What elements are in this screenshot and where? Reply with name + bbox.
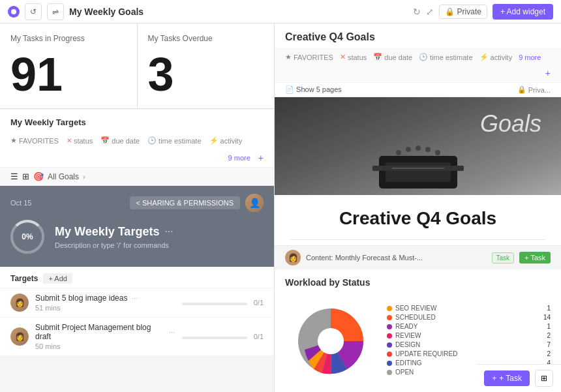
goals-content-area: Oct 15 < SHARING & PERMISSIONS 👤 0% — [0, 186, 274, 267]
tasks-in-progress-value: 91 — [10, 51, 127, 98]
target-dots-1[interactable]: ··· — [131, 294, 138, 303]
grid-view-button[interactable]: ⊞ — [535, 370, 553, 387]
progress-circle: 0% — [10, 220, 44, 254]
back-button[interactable]: ↺ — [25, 3, 42, 20]
forward-button[interactable]: ⇌ — [47, 3, 64, 20]
calendar-icon-right: 📅 — [373, 53, 382, 61]
legend-dot — [387, 306, 392, 311]
goals-divider — [290, 239, 545, 240]
clock-icon: 🕒 — [147, 136, 157, 145]
show-pages-label[interactable]: 📄 Show 5 pages — [285, 85, 342, 94]
expand-icon[interactable]: ⤢ — [426, 7, 434, 17]
target-avatar-2: 👩 — [10, 327, 29, 346]
list-icon[interactable]: ☰ — [10, 172, 18, 181]
target-count-2: 0/1 — [254, 333, 264, 340]
workload-title: Workload by Status — [285, 277, 551, 288]
grid-icon[interactable]: ⊞ — [22, 172, 29, 181]
filter-time-estimate[interactable]: 🕒 time estimate — [147, 136, 201, 145]
typewriter-svg — [353, 130, 483, 195]
progress-value: 0% — [22, 232, 33, 241]
related-row: 👩 Content: Monthly Forecast & Must-... T… — [275, 245, 561, 269]
weekly-targets-header: My Weekly Targets — [0, 110, 274, 134]
task-badge: Task — [492, 252, 515, 264]
right-filter-due-date[interactable]: 📅 due date — [373, 53, 412, 61]
legend-count: 1 — [547, 323, 551, 330]
weekly-targets-title: My Weekly Targets — [10, 117, 264, 127]
private-button[interactable]: 🔒 Private — [439, 5, 487, 19]
stat-cards: My Tasks in Progress 91 My Tasks Overdue… — [0, 23, 274, 109]
svg-rect-1 — [386, 162, 451, 182]
filter-status[interactable]: ✕ status — [67, 137, 93, 145]
right-filter-more[interactable]: 9 more — [519, 53, 541, 61]
pie-svg — [285, 295, 376, 387]
close-icon: ✕ — [67, 137, 72, 144]
filter-due-date[interactable]: 📅 due date — [100, 136, 140, 145]
target-progress-2 — [182, 334, 247, 339]
goals-date: Oct 15 — [10, 199, 31, 207]
right-filter-activity[interactable]: ⚡ activity — [479, 53, 513, 61]
target-time-1: 51 mins — [35, 304, 175, 312]
star-icon-right: ★ — [285, 53, 292, 61]
user-avatar: 👤 — [245, 194, 264, 212]
svg-point-4 — [406, 147, 411, 152]
filter-add-icon[interactable]: + — [258, 153, 264, 163]
tasks-overdue-title: My Tasks Overdue — [148, 34, 264, 43]
right-filter-add[interactable]: + — [545, 68, 551, 78]
clock-icon-right: 🕒 — [419, 53, 428, 61]
legend-dot — [387, 361, 392, 366]
legend-label: SCHEDULED — [395, 314, 540, 321]
refresh-icon[interactable]: ↻ — [413, 7, 421, 17]
right-filter-favorites[interactable]: ★ FAVORITES — [285, 53, 333, 61]
legend-label: READY — [395, 323, 543, 330]
filter-activity[interactable]: ⚡ activity — [209, 136, 243, 145]
goals-page-title: Creative Q4 Goals — [275, 195, 561, 234]
private-tag: 🔒 Priva... — [517, 85, 551, 94]
share-permissions-button[interactable]: < SHARING & PERMISSIONS — [130, 196, 240, 209]
legend-dot — [387, 315, 392, 320]
target-info-1: Submit 5 blog image ideas ··· 51 mins — [35, 294, 175, 312]
chevron-right-icon: › — [83, 173, 85, 181]
target-icon[interactable]: 🎯 — [33, 172, 44, 181]
tasks-overdue-card: My Tasks Overdue 3 — [138, 23, 275, 108]
x-icon-right: ✕ — [340, 53, 346, 61]
related-text: Content: Monthly Forecast & Must-... — [306, 254, 487, 262]
svg-rect-8 — [392, 168, 444, 169]
target-avatar-1: 👩 — [10, 294, 29, 312]
legend-item: UPDATE REQUIRED 2 — [387, 350, 551, 357]
main-layout: My Tasks in Progress 91 My Tasks Overdue… — [0, 23, 561, 392]
legend-label: REVIEW — [395, 332, 543, 339]
tasks-in-progress-card: My Tasks in Progress 91 — [0, 23, 137, 108]
legend-count: 2 — [547, 332, 551, 339]
star-icon: ★ — [10, 136, 17, 145]
lock-icon: 🔒 — [445, 7, 455, 16]
svg-point-7 — [435, 150, 440, 155]
add-target-button[interactable]: + Add — [43, 273, 72, 284]
add-task-button[interactable]: + Task — [519, 252, 551, 264]
svg-point-3 — [396, 150, 401, 155]
legend-item: SEO REVIEW 1 — [387, 305, 551, 312]
left-panel: My Tasks in Progress 91 My Tasks Overdue… — [0, 23, 274, 392]
legend-dot — [387, 342, 392, 348]
right-filters: ★ FAVORITES ✕ status 📅 due date 🕒 time e… — [275, 49, 561, 83]
right-filter-status[interactable]: ✕ status — [340, 53, 367, 61]
target-dots-2[interactable]: ··· — [169, 327, 175, 337]
header-left: ↺ ⇌ My Weekly Goals — [8, 3, 144, 20]
goals-more-icon[interactable]: ··· — [164, 226, 173, 237]
add-widget-button[interactable]: + Add widget — [493, 4, 553, 20]
tasks-overdue-value: 3 — [148, 51, 264, 98]
right-filter-time[interactable]: 🕒 time estimate — [419, 53, 472, 61]
legend-dot — [387, 333, 392, 339]
weekly-targets-filters: ★ FAVORITES ✕ status 📅 due date 🕒 time e… — [0, 134, 274, 168]
page-title: My Weekly Goals — [69, 7, 144, 17]
target-count-1: 0/1 — [254, 299, 264, 307]
goals-hero-image: Goals — [275, 97, 561, 195]
svg-point-6 — [425, 147, 431, 152]
filter-more[interactable]: 9 more — [228, 154, 250, 162]
add-task-bottom-button[interactable]: + + Task — [484, 370, 530, 386]
filter-favorites[interactable]: ★ FAVORITES — [10, 136, 59, 145]
right-panel-title: Creative Q4 Goals — [285, 31, 551, 43]
legend-label: DESIGN — [395, 341, 543, 348]
legend-count: 1 — [547, 305, 551, 312]
goals-progress-row: 0% My Weekly Targets ··· Description or … — [10, 220, 264, 254]
all-goals-nav[interactable]: All Goals — [48, 172, 79, 181]
